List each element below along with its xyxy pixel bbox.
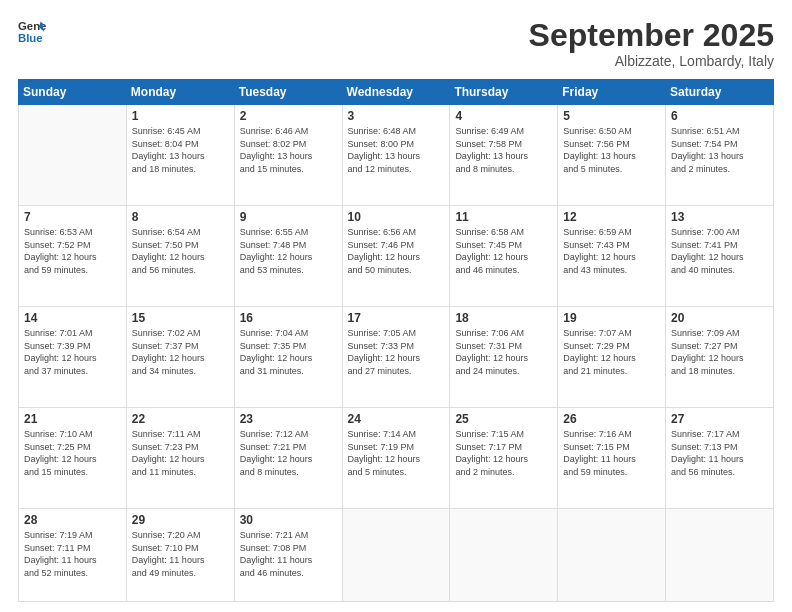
day-number: 5 [563, 109, 660, 123]
calendar-cell: 2Sunrise: 6:46 AM Sunset: 8:02 PM Daylig… [234, 105, 342, 206]
calendar-cell: 21Sunrise: 7:10 AM Sunset: 7:25 PM Dayli… [19, 408, 127, 509]
day-info: Sunrise: 7:10 AM Sunset: 7:25 PM Dayligh… [24, 428, 121, 478]
day-info: Sunrise: 7:12 AM Sunset: 7:21 PM Dayligh… [240, 428, 337, 478]
day-number: 24 [348, 412, 445, 426]
weekday-header-row: Sunday Monday Tuesday Wednesday Thursday… [19, 80, 774, 105]
day-number: 14 [24, 311, 121, 325]
day-number: 11 [455, 210, 552, 224]
day-info: Sunrise: 6:56 AM Sunset: 7:46 PM Dayligh… [348, 226, 445, 276]
day-info: Sunrise: 6:48 AM Sunset: 8:00 PM Dayligh… [348, 125, 445, 175]
calendar-cell [19, 105, 127, 206]
calendar-cell [558, 509, 666, 602]
calendar-cell: 29Sunrise: 7:20 AM Sunset: 7:10 PM Dayli… [126, 509, 234, 602]
day-info: Sunrise: 7:02 AM Sunset: 7:37 PM Dayligh… [132, 327, 229, 377]
calendar-cell: 25Sunrise: 7:15 AM Sunset: 7:17 PM Dayli… [450, 408, 558, 509]
day-number: 26 [563, 412, 660, 426]
header-saturday: Saturday [666, 80, 774, 105]
day-info: Sunrise: 7:17 AM Sunset: 7:13 PM Dayligh… [671, 428, 768, 478]
day-info: Sunrise: 7:09 AM Sunset: 7:27 PM Dayligh… [671, 327, 768, 377]
day-number: 15 [132, 311, 229, 325]
day-info: Sunrise: 6:59 AM Sunset: 7:43 PM Dayligh… [563, 226, 660, 276]
logo-icon: General Blue [18, 18, 46, 46]
day-info: Sunrise: 6:54 AM Sunset: 7:50 PM Dayligh… [132, 226, 229, 276]
header-tuesday: Tuesday [234, 80, 342, 105]
day-info: Sunrise: 6:51 AM Sunset: 7:54 PM Dayligh… [671, 125, 768, 175]
header-friday: Friday [558, 80, 666, 105]
day-number: 30 [240, 513, 337, 527]
day-number: 12 [563, 210, 660, 224]
day-number: 13 [671, 210, 768, 224]
month-title: September 2025 [529, 18, 774, 53]
calendar-cell: 22Sunrise: 7:11 AM Sunset: 7:23 PM Dayli… [126, 408, 234, 509]
calendar-cell: 24Sunrise: 7:14 AM Sunset: 7:19 PM Dayli… [342, 408, 450, 509]
day-number: 19 [563, 311, 660, 325]
day-info: Sunrise: 6:55 AM Sunset: 7:48 PM Dayligh… [240, 226, 337, 276]
calendar-cell: 15Sunrise: 7:02 AM Sunset: 7:37 PM Dayli… [126, 307, 234, 408]
calendar-cell: 18Sunrise: 7:06 AM Sunset: 7:31 PM Dayli… [450, 307, 558, 408]
day-number: 8 [132, 210, 229, 224]
day-info: Sunrise: 6:49 AM Sunset: 7:58 PM Dayligh… [455, 125, 552, 175]
day-info: Sunrise: 6:45 AM Sunset: 8:04 PM Dayligh… [132, 125, 229, 175]
day-number: 18 [455, 311, 552, 325]
day-info: Sunrise: 6:58 AM Sunset: 7:45 PM Dayligh… [455, 226, 552, 276]
day-number: 21 [24, 412, 121, 426]
logo: General Blue [18, 18, 46, 46]
day-info: Sunrise: 7:14 AM Sunset: 7:19 PM Dayligh… [348, 428, 445, 478]
calendar-cell: 12Sunrise: 6:59 AM Sunset: 7:43 PM Dayli… [558, 206, 666, 307]
calendar-cell: 1Sunrise: 6:45 AM Sunset: 8:04 PM Daylig… [126, 105, 234, 206]
day-info: Sunrise: 7:00 AM Sunset: 7:41 PM Dayligh… [671, 226, 768, 276]
day-info: Sunrise: 7:20 AM Sunset: 7:10 PM Dayligh… [132, 529, 229, 579]
day-info: Sunrise: 6:53 AM Sunset: 7:52 PM Dayligh… [24, 226, 121, 276]
day-info: Sunrise: 6:46 AM Sunset: 8:02 PM Dayligh… [240, 125, 337, 175]
header-wednesday: Wednesday [342, 80, 450, 105]
day-number: 10 [348, 210, 445, 224]
calendar-cell [342, 509, 450, 602]
day-number: 20 [671, 311, 768, 325]
calendar-cell: 30Sunrise: 7:21 AM Sunset: 7:08 PM Dayli… [234, 509, 342, 602]
calendar-cell: 19Sunrise: 7:07 AM Sunset: 7:29 PM Dayli… [558, 307, 666, 408]
day-number: 27 [671, 412, 768, 426]
header-monday: Monday [126, 80, 234, 105]
calendar-cell: 6Sunrise: 6:51 AM Sunset: 7:54 PM Daylig… [666, 105, 774, 206]
day-number: 2 [240, 109, 337, 123]
calendar-cell: 26Sunrise: 7:16 AM Sunset: 7:15 PM Dayli… [558, 408, 666, 509]
day-info: Sunrise: 7:07 AM Sunset: 7:29 PM Dayligh… [563, 327, 660, 377]
day-number: 22 [132, 412, 229, 426]
day-number: 3 [348, 109, 445, 123]
day-number: 6 [671, 109, 768, 123]
day-info: Sunrise: 7:05 AM Sunset: 7:33 PM Dayligh… [348, 327, 445, 377]
calendar-cell: 20Sunrise: 7:09 AM Sunset: 7:27 PM Dayli… [666, 307, 774, 408]
header-sunday: Sunday [19, 80, 127, 105]
day-number: 16 [240, 311, 337, 325]
calendar-cell [666, 509, 774, 602]
day-info: Sunrise: 7:21 AM Sunset: 7:08 PM Dayligh… [240, 529, 337, 579]
day-number: 23 [240, 412, 337, 426]
day-number: 25 [455, 412, 552, 426]
calendar-table: Sunday Monday Tuesday Wednesday Thursday… [18, 79, 774, 602]
day-info: Sunrise: 7:11 AM Sunset: 7:23 PM Dayligh… [132, 428, 229, 478]
day-number: 7 [24, 210, 121, 224]
page: General Blue September 2025 Albizzate, L… [0, 0, 792, 612]
day-info: Sunrise: 6:50 AM Sunset: 7:56 PM Dayligh… [563, 125, 660, 175]
calendar-cell: 7Sunrise: 6:53 AM Sunset: 7:52 PM Daylig… [19, 206, 127, 307]
title-block: September 2025 Albizzate, Lombardy, Ital… [529, 18, 774, 69]
day-number: 28 [24, 513, 121, 527]
day-info: Sunrise: 7:06 AM Sunset: 7:31 PM Dayligh… [455, 327, 552, 377]
calendar-cell: 16Sunrise: 7:04 AM Sunset: 7:35 PM Dayli… [234, 307, 342, 408]
calendar-cell: 27Sunrise: 7:17 AM Sunset: 7:13 PM Dayli… [666, 408, 774, 509]
day-info: Sunrise: 7:01 AM Sunset: 7:39 PM Dayligh… [24, 327, 121, 377]
day-number: 29 [132, 513, 229, 527]
day-info: Sunrise: 7:04 AM Sunset: 7:35 PM Dayligh… [240, 327, 337, 377]
calendar-cell: 13Sunrise: 7:00 AM Sunset: 7:41 PM Dayli… [666, 206, 774, 307]
header: General Blue September 2025 Albizzate, L… [18, 18, 774, 69]
header-thursday: Thursday [450, 80, 558, 105]
calendar-cell: 4Sunrise: 6:49 AM Sunset: 7:58 PM Daylig… [450, 105, 558, 206]
day-number: 17 [348, 311, 445, 325]
calendar-cell: 9Sunrise: 6:55 AM Sunset: 7:48 PM Daylig… [234, 206, 342, 307]
day-number: 9 [240, 210, 337, 224]
calendar-cell: 5Sunrise: 6:50 AM Sunset: 7:56 PM Daylig… [558, 105, 666, 206]
day-number: 1 [132, 109, 229, 123]
calendar-cell: 23Sunrise: 7:12 AM Sunset: 7:21 PM Dayli… [234, 408, 342, 509]
calendar-cell: 8Sunrise: 6:54 AM Sunset: 7:50 PM Daylig… [126, 206, 234, 307]
calendar-cell [450, 509, 558, 602]
